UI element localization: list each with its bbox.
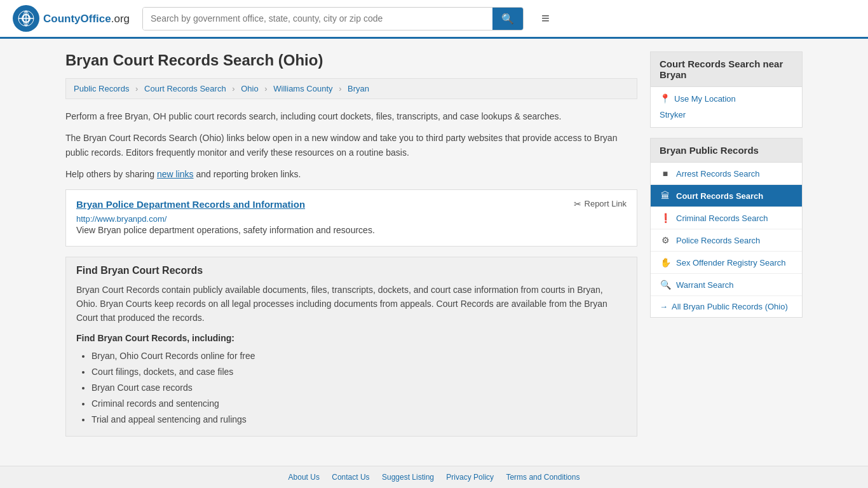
use-my-location-item[interactable]: 📍 Use My Location [660,93,793,104]
arrow-right-icon: → [660,302,668,311]
list-item: Court filings, dockets, and case files [92,364,627,380]
find-subtitle: Find Bryan Court Records, including: [76,333,627,343]
logo-text: CountyOffice.org [43,12,130,25]
breadcrumb-item-ohio[interactable]: Ohio [241,84,258,93]
desc-para3-suffix: and reporting broken links. [194,169,301,179]
breadcrumb-sep-4: › [339,84,341,93]
breadcrumb-sep-2: › [232,84,234,93]
desc-para3-prefix: Help others by sharing [65,169,157,179]
sex-offender-icon: ✋ [660,257,671,268]
arrest-icon: ■ [660,168,671,179]
breadcrumb: Public Records › Court Records Search › … [65,78,637,99]
find-section: Find Bryan Court Records Bryan Court Rec… [65,257,637,437]
search-bar: 🔍 [142,7,524,30]
desc-para3: Help others by sharing new links and rep… [65,167,637,181]
breadcrumb-item-public-records[interactable]: Public Records [74,84,129,93]
sidebar-item-police-records[interactable]: ⚙ Police Records Search [651,229,802,252]
footer-privacy-link[interactable]: Privacy Policy [446,473,494,482]
criminal-icon: ❗ [660,213,671,223]
sidebar-arrest-label: Arrest Records Search [676,169,760,179]
sidebar-public-records-title: Bryan Public Records [651,139,802,163]
sidebar-nearby-section: Court Records Search near Bryan 📍 Use My… [650,51,803,128]
site-logo[interactable]: CountyOffice.org [13,5,130,32]
breadcrumb-item-williams-county[interactable]: Williams County [273,84,332,93]
breadcrumb-item-bryan[interactable]: Bryan [348,84,369,93]
warrant-icon: 🔍 [660,280,671,290]
report-link-icon: ✂ [574,199,581,209]
police-icon: ⚙ [660,235,671,245]
sidebar-nearby-stryker[interactable]: Stryker [660,109,793,121]
report-link-label: Report Link [585,199,627,208]
sidebar-nearby-title: Court Records Search near Bryan [651,52,802,87]
footer-about-link[interactable]: About Us [288,473,320,482]
list-item: Criminal records and sentencing [92,396,627,412]
record-card: Bryan Police Department Records and Info… [65,189,637,247]
sidebar: Court Records Search near Bryan 📍 Use My… [650,51,803,447]
search-input[interactable] [143,8,492,30]
page-title: Bryan Court Records Search (Ohio) [65,51,637,69]
sidebar-item-criminal-records[interactable]: ❗ Criminal Records Search [651,207,802,229]
list-item: Trial and appeal sentencing and rulings [92,412,627,428]
footer-terms-link[interactable]: Terms and Conditions [506,473,580,482]
desc-para2: The Bryan Court Records Search (Ohio) li… [65,131,637,159]
find-description: Bryan Court Records contain publicly ava… [76,283,627,325]
sidebar-item-sex-offender[interactable]: ✋ Sex Offender Registry Search [651,252,802,274]
sidebar-all-records-link[interactable]: → All Bryan Public Records (Ohio) [651,296,802,317]
record-description: View Bryan police department operations,… [76,224,627,237]
sidebar-item-arrest-records[interactable]: ■ Arrest Records Search [651,163,802,185]
footer-bar: About Us Contact Us Suggest Listing Priv… [0,466,868,488]
find-section-title: Find Bryan Court Records [76,265,627,276]
sidebar-warrant-label: Warrant Search [676,280,734,290]
record-card-title[interactable]: Bryan Police Department Records and Info… [76,199,305,210]
sidebar-court-label: Court Records Search [676,191,763,201]
footer-suggest-link[interactable]: Suggest Listing [382,473,434,482]
footer-contact-link[interactable]: Contact Us [332,473,369,482]
court-icon: 🏛 [660,191,671,201]
sidebar-item-court-records[interactable]: 🏛 Court Records Search [651,185,802,207]
report-link-button[interactable]: ✂ Report Link [574,199,627,209]
sidebar-public-records-section: Bryan Public Records ■ Arrest Records Se… [650,138,803,318]
logo-icon [13,5,39,32]
list-item: Bryan, Ohio Court Records online for fre… [92,348,627,364]
find-list: Bryan, Ohio Court Records online for fre… [92,348,627,428]
breadcrumb-sep-1: › [135,84,138,93]
sidebar-sex-offender-label: Sex Offender Registry Search [676,258,785,268]
search-button[interactable]: 🔍 [492,8,523,30]
new-links-link[interactable]: new links [157,169,194,179]
menu-button[interactable]: ≡ [536,8,555,29]
content-area: Bryan Court Records Search (Ohio) Public… [65,51,637,447]
location-pin-icon: 📍 [660,93,670,104]
sidebar-item-warrant[interactable]: 🔍 Warrant Search [651,274,802,296]
use-my-location-link[interactable]: Use My Location [674,94,736,104]
sidebar-all-label: All Bryan Public Records (Ohio) [672,302,788,311]
breadcrumb-item-court-records[interactable]: Court Records Search [144,84,226,93]
breadcrumb-sep-3: › [264,84,267,93]
sidebar-criminal-label: Criminal Records Search [676,214,768,223]
list-item: Bryan Court case records [92,380,627,396]
desc-para1: Perform a free Bryan, OH public court re… [65,109,637,123]
sidebar-police-label: Police Records Search [676,236,760,245]
record-url-link[interactable]: http://www.bryanpd.com/ [76,214,166,224]
